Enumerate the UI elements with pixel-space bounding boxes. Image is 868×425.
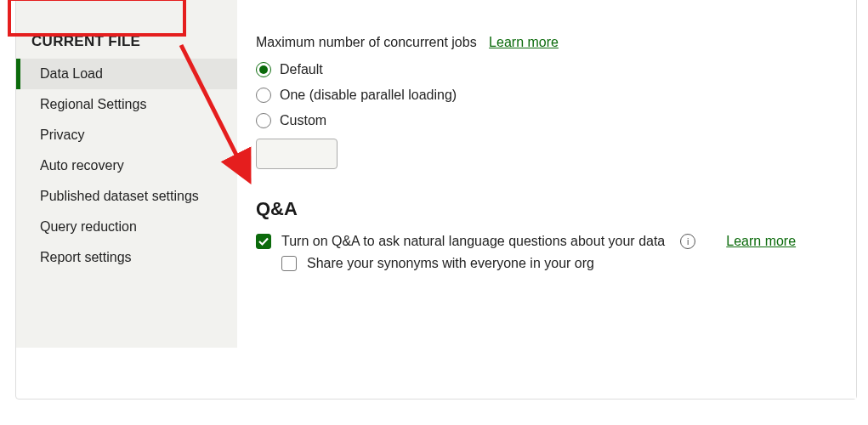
radio-default[interactable] <box>256 62 271 77</box>
checkbox-share-synonyms[interactable] <box>281 256 297 271</box>
radio-custom[interactable] <box>256 113 271 128</box>
sidebar-item-auto-recovery[interactable]: Auto recovery <box>16 150 237 181</box>
radio-row-custom[interactable]: Custom <box>256 113 837 128</box>
qa-turn-on-label: Turn on Q&A to ask natural language ques… <box>281 234 665 249</box>
sidebar-item-report-settings[interactable]: Report settings <box>16 242 237 273</box>
sidebar-item-published-dataset-settings[interactable]: Published dataset settings <box>16 181 237 212</box>
radio-custom-label: Custom <box>280 113 326 128</box>
main-panel: Parallel loading of tables i Maximum num… <box>237 0 856 399</box>
qa-share-row: Share your synonyms with everyone in you… <box>281 256 837 271</box>
concurrent-jobs-radio-group: Default One (disable parallel loading) C… <box>256 62 837 169</box>
radio-one-label: One (disable parallel loading) <box>280 88 457 103</box>
qa-share-label: Share your synonyms with everyone in you… <box>307 256 594 271</box>
learn-more-link-qa[interactable]: Learn more <box>726 234 796 249</box>
sidebar-item-query-reduction[interactable]: Query reduction <box>16 212 237 242</box>
checkbox-turn-on-qa[interactable] <box>256 234 271 249</box>
sidebar-item-privacy[interactable]: Privacy <box>16 120 237 150</box>
radio-row-one[interactable]: One (disable parallel loading) <box>256 88 837 103</box>
radio-row-default[interactable]: Default <box>256 62 837 77</box>
custom-value-input[interactable] <box>256 139 338 169</box>
radio-one[interactable] <box>256 88 271 103</box>
qa-title: Q&A <box>256 198 837 220</box>
info-icon[interactable]: i <box>680 234 695 249</box>
sidebar: CURRENT FILE Data Load Regional Settings… <box>16 0 237 348</box>
concurrent-jobs-label: Maximum number of concurrent jobs Learn … <box>256 35 837 50</box>
sidebar-item-data-load[interactable]: Data Load <box>16 59 237 89</box>
radio-default-label: Default <box>280 62 323 77</box>
sidebar-item-regional-settings[interactable]: Regional Settings <box>16 89 237 120</box>
annotation-box <box>8 0 186 37</box>
qa-turn-on-row: Turn on Q&A to ask natural language ques… <box>256 234 837 249</box>
concurrent-jobs-label-text: Maximum number of concurrent jobs <box>256 35 477 49</box>
learn-more-link-parallel[interactable]: Learn more <box>489 35 559 49</box>
